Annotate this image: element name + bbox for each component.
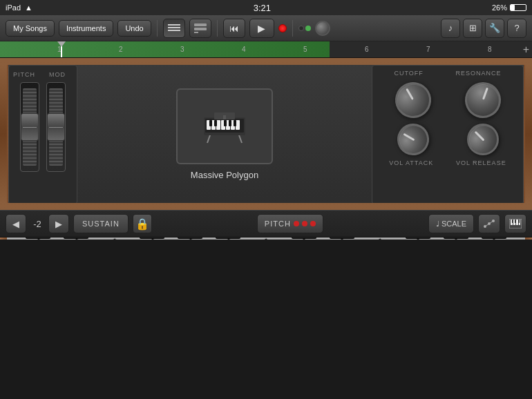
- keyboard-view-button[interactable]: [504, 214, 526, 233]
- vol-release-knob-container: [450, 124, 515, 155]
- octave-display: -2: [30, 219, 44, 229]
- vol-attack-label: VOL ATTACK: [389, 159, 433, 166]
- help-button[interactable]: ?: [507, 19, 526, 38]
- record-indicator: [278, 24, 287, 32]
- pitch-dot-2: [302, 221, 307, 226]
- my-songs-button[interactable]: My Songs: [6, 20, 55, 37]
- timeline-progress: [0, 41, 330, 57]
- black-key[interactable]: [482, 237, 506, 239]
- timeline-marker-2: 2: [119, 41, 123, 57]
- cutoff-knob-container: [381, 82, 445, 118]
- time-display: 3:21: [254, 3, 271, 13]
- lock-button[interactable]: 🔒: [133, 214, 152, 233]
- black-key[interactable]: [444, 237, 468, 239]
- black-key[interactable]: [140, 237, 164, 239]
- timeline-marker-5: 5: [303, 41, 307, 57]
- wood-border-right: [524, 58, 532, 210]
- divider-3: [292, 20, 293, 37]
- pitch-label: PITCH: [13, 71, 35, 78]
- play-button[interactable]: ▶: [249, 19, 274, 38]
- vol-release-knob[interactable]: [460, 117, 505, 162]
- svg-rect-1: [168, 27, 180, 28]
- black-key[interactable]: [26, 237, 50, 239]
- vol-attack-knob[interactable]: [391, 118, 435, 162]
- filter-bottom-labels: VOL ATTACK VOL RELEASE: [378, 159, 517, 166]
- svg-rect-18: [214, 120, 217, 126]
- instrument-name: Massive Polygon: [191, 170, 258, 180]
- master-volume-knob[interactable]: [315, 21, 330, 36]
- divider-1: [157, 20, 158, 37]
- battery-fill: [511, 5, 515, 10]
- divider-2: [217, 20, 218, 37]
- keyboard-icon: [509, 219, 522, 228]
- undo-button[interactable]: Undo: [117, 20, 151, 37]
- vol-release-label: VOL RELEASE: [456, 159, 506, 166]
- rewind-button[interactable]: ⏮: [223, 19, 245, 38]
- svg-rect-36: [518, 220, 520, 223]
- add-track-button[interactable]: +: [523, 43, 529, 56]
- instrument-icon-svg: [200, 107, 249, 145]
- black-key[interactable]: [178, 237, 202, 239]
- timeline-marker-4: 4: [242, 41, 246, 57]
- pitch-toggle-button[interactable]: PITCH: [257, 214, 323, 233]
- scale-label: ♩ SCALE: [436, 220, 466, 228]
- mod-slider-thumb[interactable]: [47, 113, 65, 141]
- svg-rect-21: [234, 120, 236, 126]
- resonance-knob-1[interactable]: [459, 77, 506, 124]
- sustain-button[interactable]: SUSTAIN: [73, 214, 129, 233]
- wood-border-top: [0, 58, 532, 65]
- prev-octave-button[interactable]: ◀: [6, 214, 26, 233]
- sliders-row: [13, 82, 73, 198]
- wifi-icon: ▲: [25, 3, 32, 12]
- timeline[interactable]: 1 2 3 4 5 6 7 8 +: [0, 41, 532, 58]
- pitch-mod-label: PITCH MOD: [13, 71, 73, 78]
- svg-rect-5: [194, 32, 198, 33]
- pitch-slider-thumb[interactable]: [21, 113, 39, 141]
- svg-rect-2: [168, 30, 180, 31]
- pitch-dot-1: [294, 221, 299, 226]
- svg-line-27: [485, 224, 489, 226]
- piano-section: C1C2: [0, 237, 532, 240]
- status-left: iPad ▲: [6, 3, 32, 12]
- resonance-knob-container: [450, 82, 515, 118]
- music-note-button[interactable]: ♪: [441, 19, 460, 38]
- svg-rect-23: [223, 115, 226, 119]
- mod-slider-track: [46, 82, 66, 172]
- black-key[interactable]: [216, 237, 240, 239]
- svg-rect-0: [168, 24, 180, 26]
- controls-bar: ◀ -2 ▶ SUSTAIN 🔒 PITCH ♩ SCALE: [0, 210, 532, 237]
- timeline-marker-8: 8: [488, 41, 492, 57]
- black-key[interactable]: [406, 237, 430, 239]
- pitch-toggle-label: PITCH: [265, 220, 291, 228]
- black-key[interactable]: [292, 237, 316, 239]
- svg-rect-34: [512, 220, 513, 223]
- track-view-button[interactable]: [163, 19, 185, 38]
- wood-border-left: [0, 58, 8, 210]
- timeline-marker-3: 3: [180, 41, 184, 57]
- mixer-button[interactable]: ⊞: [463, 19, 482, 38]
- wrench-button[interactable]: 🔧: [485, 19, 504, 38]
- svg-rect-20: [229, 120, 231, 126]
- arpeggio-button[interactable]: [478, 214, 500, 233]
- ipad-label: iPad: [6, 3, 21, 12]
- status-right: 26%: [492, 3, 526, 12]
- status-bar: iPad ▲ 3:21 26%: [0, 0, 532, 15]
- instruments-button[interactable]: Instruments: [59, 20, 113, 37]
- cutoff-knob-1[interactable]: [388, 75, 437, 124]
- list-view-button[interactable]: [189, 19, 211, 38]
- scale-button[interactable]: ♩ SCALE: [428, 214, 474, 233]
- arpeggio-icon: [483, 219, 495, 228]
- knobs-grid: [378, 79, 517, 158]
- timeline-marker-7: 7: [426, 41, 430, 57]
- piano-wood-right: [525, 237, 532, 240]
- svg-rect-35: [515, 220, 516, 223]
- piano-wood-left: [0, 237, 7, 240]
- next-octave-button[interactable]: ▶: [48, 214, 69, 233]
- filter-top-labels: CUTOFF RESONANCE: [378, 70, 517, 77]
- battery-percent: 26%: [492, 3, 507, 12]
- black-key[interactable]: [330, 237, 354, 239]
- instrument-preview[interactable]: [176, 88, 273, 164]
- mod-label: MOD: [49, 71, 66, 78]
- timeline-marker-1: 1: [57, 41, 61, 57]
- black-key[interactable]: [64, 237, 88, 239]
